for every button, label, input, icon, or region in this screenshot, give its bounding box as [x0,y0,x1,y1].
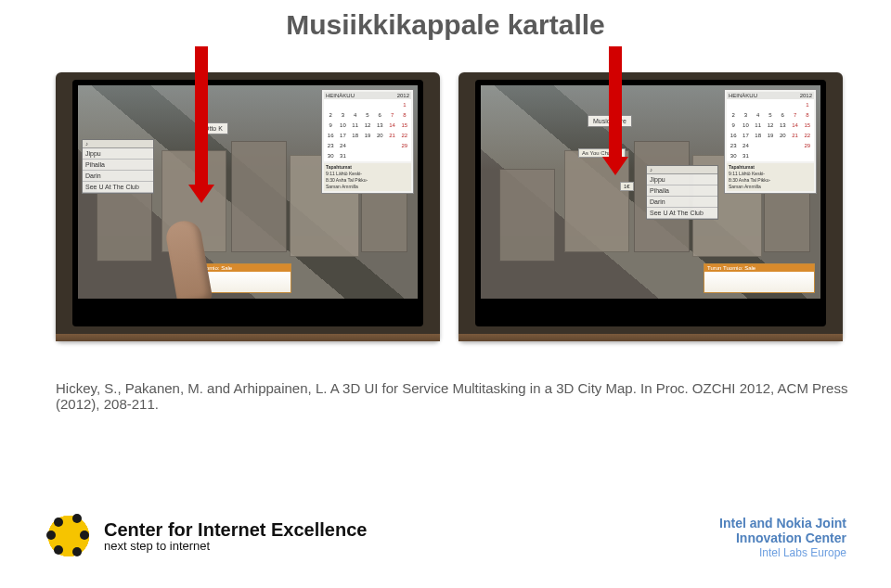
calendar-widget: HEINÄKUU 2012 1 2345678 9101112131415 16… [724,89,817,194]
song-row: Darin [647,197,717,208]
calendar-header: HEINÄKUU 2012 [324,92,411,99]
tablet-photo-right: Music store As You Chat 1€ 1€ HEINÄKUU 2… [458,72,843,341]
calendar-widget: HEINÄKUU 2012 1 2345678 9101112131415 16… [321,89,414,194]
footer-right-line: Intel and Nokia Joint [719,516,846,530]
tablet-bezel: Music store As You Chat 1€ 1€ HEINÄKUU 2… [475,80,826,326]
calendar-month: HEINÄKUU [326,93,355,98]
song-row: Pihalla [83,160,153,171]
song-row: Jippu [83,148,153,160]
tablet-screen: Music store As You Chat 1€ 1€ HEINÄKUU 2… [481,85,820,299]
calendar-event: 9:11 Lähtö Keski- [729,171,812,177]
calendar-month: HEINÄKUU [729,93,757,98]
info-card-header: Turun Tuomio: Sale [704,264,814,272]
song-list-header: ♪ [647,166,717,174]
tablet-screen: Otto K HEINÄKUU 2012 1 2345678 910111213… [78,85,418,299]
calendar-year: 2012 [397,93,409,98]
slide-title: Musiikkikappale kartalle [0,9,891,41]
tablet-bezel: Otto K HEINÄKUU 2012 1 2345678 910111213… [72,80,423,326]
red-arrow-icon [609,46,622,162]
footer-right-line: Innovation Center [719,530,846,545]
calendar-year: 2012 [800,93,812,98]
citation-text: Hickey, S., Pakanen, M. and Arhippainen,… [56,380,891,412]
song-row: See U At The Club [83,182,153,193]
cie-subtitle: next step to internet [104,540,367,553]
song-row: Darin [83,171,153,182]
calendar-event: Saman Ammilla [326,184,409,190]
building-icon [231,141,287,252]
red-arrow-icon [195,46,208,190]
cie-logo-icon [45,512,93,560]
info-card: Turun Tuomio: Sale [704,263,815,293]
calendar-event: 8:30 Asha Tal Pikku- [326,177,409,184]
building-icon [499,169,555,262]
desk-surface [56,334,440,341]
calendar-events-title: Tapahtumat [729,164,812,171]
cie-logo-text: Center for Internet Excellence next step… [104,519,367,553]
calendar-events: Tapahtumat 9:11 Lähtö Keski- 8:30 Asha T… [324,163,411,191]
calendar-event: 9:11 Lähtö Keski- [326,171,409,177]
cie-title: Center for Internet Excellence [104,519,367,540]
info-card-body [704,272,814,292]
footer-left: Center for Internet Excellence next step… [45,512,367,560]
song-row: See U At The Club [647,208,717,219]
song-list-widget: ♪ Jippu Pihalla Darin See U At The Club [82,139,154,194]
tablet-photo-left: Otto K HEINÄKUU 2012 1 2345678 910111213… [56,72,440,341]
calendar-grid: 1 2345678 9101112131415 16171819202122 2… [324,99,411,161]
calendar-event: Saman Ammilla [729,184,812,190]
song-row: Jippu [647,174,717,185]
map-price-label: 1€ [620,182,634,191]
photo-row: Otto K HEINÄKUU 2012 1 2345678 910111213… [56,72,843,341]
song-list-header: ♪ [83,140,153,148]
calendar-header: HEINÄKUU 2012 [727,92,814,99]
song-row: Pihalla [647,185,717,197]
calendar-event: 8:30 Asha Tal Pikku- [729,177,812,184]
song-list-widget: ♪ Jippu Pihalla Darin See U At The Club [646,165,718,220]
footer-right: Intel and Nokia Joint Innovation Center … [719,516,846,560]
footer-right-line: Intel Labs Europe [719,547,846,560]
calendar-events-title: Tapahtumat [326,164,409,171]
calendar-grid: 1 2345678 9101112131415 16171819202122 2… [727,99,814,161]
calendar-events: Tapahtumat 9:11 Lähtö Keski- 8:30 Asha T… [727,163,814,191]
desk-surface [458,334,843,341]
